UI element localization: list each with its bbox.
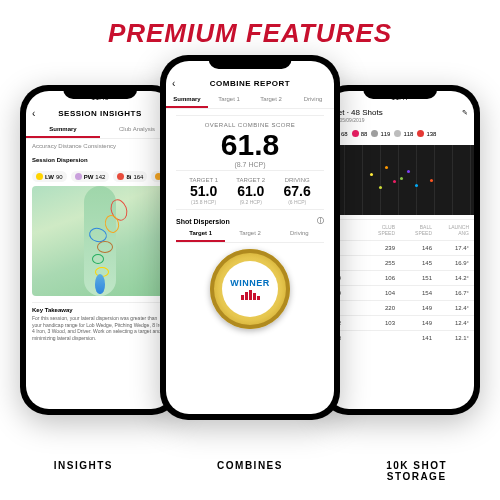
session-date: 📅 05/09/2019 xyxy=(332,117,468,123)
disp-tab-t2[interactable]: Target 2 xyxy=(225,226,274,242)
tab-summary[interactable]: Summary xyxy=(166,92,208,108)
badge-text: WINNER xyxy=(230,278,270,288)
phone-notch xyxy=(363,85,437,99)
table-row[interactable]: 25514516.9° xyxy=(326,255,474,270)
table-header: CLUB SPEED BALL SPEED LAUNCH ANG xyxy=(326,219,474,240)
dispersion-tabs: Target 1 Target 2 Driving xyxy=(176,226,324,243)
rchip-1[interactable]: 88 xyxy=(352,130,368,137)
tab-summary[interactable]: Summary xyxy=(26,122,100,138)
takeaway-card: Key Takeaway For this session, your late… xyxy=(32,302,168,341)
table-row[interactable]: 21314112.1° xyxy=(326,330,474,345)
page-title: COMBINE REPORT xyxy=(210,79,290,88)
rchip-2[interactable]: 119 xyxy=(371,130,390,137)
hero-title: PREMIUM FEATURES xyxy=(0,0,500,49)
session-header: Net · 48 Shots ✎ 📅 05/09/2019 xyxy=(326,105,474,126)
disp-tab-driving[interactable]: Driving xyxy=(275,226,324,242)
target1-value: 51.0 xyxy=(189,183,218,199)
caption-combines: COMBINES xyxy=(167,460,334,482)
phone-screen: 11:46 ‹ SESSION INSIGHTS Summary Club An… xyxy=(26,91,174,409)
rchip-4[interactable]: 138 xyxy=(417,130,436,137)
caption-storage: 10K SHOTSTORAGE xyxy=(333,460,500,482)
main-tabs: Summary Target 1 Target 2 Driving xyxy=(166,92,334,109)
tab-target2[interactable]: Target 2 xyxy=(250,92,292,108)
tab-target1[interactable]: Target 1 xyxy=(208,92,250,108)
chip-8i[interactable]: 8i164 xyxy=(113,171,147,182)
driving-col: DRIVING 67.6 (6 HCP) xyxy=(284,177,311,205)
edit-icon[interactable]: ✎ xyxy=(462,109,468,117)
takeaway-title: Key Takeaway xyxy=(32,307,168,313)
chip-lw[interactable]: LW90 xyxy=(32,171,67,182)
phone-screen: ‹ COMBINE REPORT Summary Target 1 Target… xyxy=(166,61,334,414)
dispersion-scatter[interactable] xyxy=(326,145,474,215)
captions-row: INSIGHTS COMBINES 10K SHOTSTORAGE xyxy=(0,460,500,482)
table-row[interactable]: 22014912.4° xyxy=(326,300,474,315)
club-chips: 68 88 119 118 138 xyxy=(326,126,474,141)
back-button[interactable]: ‹ xyxy=(172,78,176,89)
tab-driving[interactable]: Driving xyxy=(292,92,334,108)
dispersion-title: Shot Dispersion xyxy=(176,218,230,225)
back-button[interactable]: ‹ xyxy=(32,108,36,119)
table-row[interactable]: 24910615114.2° xyxy=(326,270,474,285)
phone-notch xyxy=(63,85,137,99)
driving-hcp: (6 HCP) xyxy=(284,199,311,205)
score-hcp: (8.7 HCP) xyxy=(176,161,324,168)
caption-insights: INSIGHTS xyxy=(0,460,167,482)
phone-storage: 11:47 Net · 48 Shots ✎ 📅 05/09/2019 68 8… xyxy=(320,85,480,415)
target2-value: 61.0 xyxy=(236,183,265,199)
badge-logo-icon xyxy=(241,290,260,300)
target2-hcp: (9.2 HCP) xyxy=(236,199,265,205)
dispersion-map[interactable] xyxy=(32,186,168,296)
rchip-3[interactable]: 118 xyxy=(394,130,413,137)
score-value: 61.8 xyxy=(176,130,324,160)
section-title: Session Dispersion xyxy=(26,153,174,167)
main-tabs: Summary Club Analysis xyxy=(26,122,174,139)
shot-table: CLUB SPEED BALL SPEED LAUNCH ANG 2391461… xyxy=(326,219,474,345)
dispersion-header: Shot Dispersion ⓘ xyxy=(166,210,334,226)
phone-insights: 11:46 ‹ SESSION INSIGHTS Summary Club An… xyxy=(20,85,180,415)
phones-row: 11:46 ‹ SESSION INSIGHTS Summary Club An… xyxy=(0,55,500,425)
target2-col: TARGET 2 61.0 (9.2 HCP) xyxy=(236,177,265,205)
info-icon[interactable]: ⓘ xyxy=(317,216,324,226)
page-title: SESSION INSIGHTS xyxy=(58,109,142,118)
table-row[interactable]: 22210314912.4° xyxy=(326,315,474,330)
phone-screen: 11:47 Net · 48 Shots ✎ 📅 05/09/2019 68 8… xyxy=(326,91,474,409)
target1-col: TARGET 1 51.0 (15.8 HCP) xyxy=(189,177,218,205)
phone-notch xyxy=(209,55,292,69)
sub-tabs[interactable]: Accuracy Distance Consistency xyxy=(26,139,174,153)
takeaway-body: For this session, your lateral dispersio… xyxy=(32,315,168,341)
nav-bar: ‹ COMBINE REPORT xyxy=(166,75,334,92)
target-scores: TARGET 1 51.0 (15.8 HCP) TARGET 2 61.0 (… xyxy=(176,173,324,210)
target1-hcp: (15.8 HCP) xyxy=(189,199,218,205)
winner-badge: WINNER xyxy=(210,249,290,329)
club-chips: LW90 PW142 8i164 5i182 xyxy=(26,167,174,186)
chip-pw[interactable]: PW142 xyxy=(71,171,110,182)
nav-bar: ‹ SESSION INSIGHTS xyxy=(26,105,174,122)
overall-score: OVERALL COMBINE SCORE 61.8 (8.7 HCP) xyxy=(176,115,324,171)
phone-combines: ‹ COMBINE REPORT Summary Target 1 Target… xyxy=(160,55,340,420)
table-row[interactable]: 23914617.4° xyxy=(326,240,474,255)
table-row[interactable]: 25910415416.7° xyxy=(326,285,474,300)
disp-tab-t1[interactable]: Target 1 xyxy=(176,226,225,242)
driving-value: 67.6 xyxy=(284,183,311,199)
